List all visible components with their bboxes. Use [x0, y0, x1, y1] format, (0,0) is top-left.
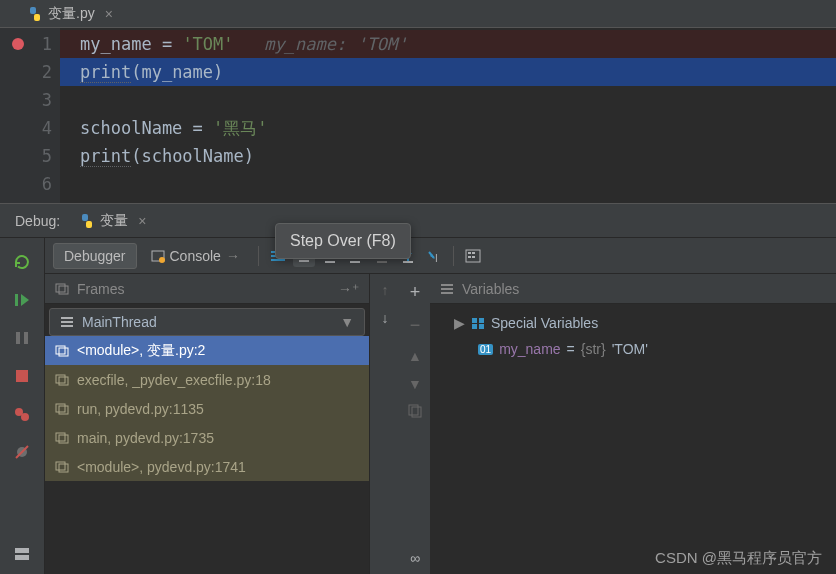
svg-point-5	[21, 413, 29, 421]
svg-rect-34	[61, 321, 73, 323]
stack-frame[interactable]: execfile, _pydev_execfile.py:18	[45, 365, 369, 394]
stack-frame[interactable]: main, pydevd.py:1735	[45, 423, 369, 452]
tab-console[interactable]: Console →	[141, 244, 250, 268]
equals: =	[567, 341, 575, 357]
resume-icon[interactable]	[12, 290, 32, 310]
view-breakpoints-icon[interactable]	[12, 404, 32, 424]
code-line[interactable]: schoolName = '黑马'	[60, 114, 836, 142]
svg-rect-49	[441, 288, 453, 290]
code-line[interactable]: print(my_name)	[60, 58, 836, 86]
tab-debugger[interactable]: Debugger	[53, 243, 137, 269]
gutter-line[interactable]: 4	[4, 114, 52, 142]
gutter: 123456	[0, 28, 60, 203]
stack-frame[interactable]: <module>, pydevd.py:1741	[45, 452, 369, 481]
gutter-line[interactable]: 5	[4, 142, 52, 170]
restore-layout-icon[interactable]: →⁺	[338, 281, 359, 297]
frames-header: Frames →⁺	[45, 274, 369, 304]
svg-rect-0	[15, 294, 18, 306]
editor-filename: 变量.py	[48, 5, 95, 23]
svg-text:I: I	[435, 253, 438, 264]
gutter-line[interactable]: 3	[4, 86, 52, 114]
next-frame-icon[interactable]: ↓	[382, 310, 389, 326]
remove-watch-icon[interactable]: −	[410, 315, 421, 336]
python-icon	[80, 214, 94, 228]
svg-rect-15	[299, 260, 309, 262]
code-editor[interactable]: 123456 my_name = 'TOM' my_name: 'TOM'pri…	[0, 28, 836, 203]
variables-list: ▶ Special Variables 01 my_name = {str} '…	[430, 304, 836, 574]
var-type: {str}	[581, 341, 606, 357]
svg-rect-8	[15, 548, 29, 553]
svg-rect-51	[472, 318, 477, 323]
svg-rect-43	[59, 435, 68, 443]
close-icon[interactable]: ×	[138, 213, 146, 229]
thread-selector[interactable]: MainThread ▼	[49, 308, 365, 336]
debug-panels: Frames →⁺ MainThread ▼ <module>, 变量.py:2…	[45, 274, 836, 574]
frames-title: Frames	[77, 281, 330, 297]
code-line[interactable]: my_name = 'TOM' my_name: 'TOM'	[60, 30, 836, 58]
debug-run-toolbar	[0, 238, 45, 574]
svg-rect-19	[350, 261, 360, 263]
editor-tab-bar: 变量.py ×	[0, 0, 836, 28]
duplicate-watch-icon[interactable]	[408, 404, 422, 418]
svg-rect-36	[56, 346, 65, 354]
svg-rect-39	[59, 377, 68, 385]
svg-rect-42	[56, 433, 65, 441]
editor-tab[interactable]: 变量.py ×	[20, 1, 121, 27]
gutter-line[interactable]: 6	[4, 170, 52, 198]
debug-main: Debugger Console →	[45, 238, 836, 574]
debugger-tab-label: Debugger	[64, 248, 126, 264]
watch-down-icon[interactable]: ▼	[408, 376, 422, 392]
watermark: CSDN @黑马程序员官方	[655, 549, 822, 568]
var-name: my_name	[499, 341, 560, 357]
mute-breakpoints-icon[interactable]	[12, 442, 32, 462]
console-icon	[151, 249, 165, 263]
console-tab-label: Console	[170, 248, 221, 264]
frames-panel: Frames →⁺ MainThread ▼ <module>, 变量.py:2…	[45, 274, 370, 574]
stack-frame[interactable]: run, pydevd.py:1135	[45, 394, 369, 423]
add-watch-icon[interactable]: +	[410, 282, 421, 303]
step-over-tooltip: Step Over (F8)	[275, 223, 411, 259]
frames-icon	[55, 283, 69, 295]
variable-row[interactable]: 01 my_name = {str} 'TOM'	[440, 336, 826, 362]
svg-rect-38	[56, 375, 65, 383]
code-line[interactable]: print(schoolName)	[60, 142, 836, 170]
code-line[interactable]	[60, 170, 836, 198]
code-line[interactable]	[60, 86, 836, 114]
variables-header: Variables	[430, 274, 836, 304]
gutter-line[interactable]: 2	[4, 58, 52, 86]
run-to-cursor-icon[interactable]: I	[423, 245, 445, 267]
frame-list: <module>, 变量.py:2execfile, _pydev_execfi…	[45, 336, 369, 574]
debug-title: Debug:	[15, 213, 60, 229]
watch-up-icon[interactable]: ▲	[408, 348, 422, 364]
variables-panel: Variables ▶ Special Variables 01 my_name…	[430, 274, 836, 574]
svg-rect-37	[59, 348, 68, 356]
close-icon[interactable]: ×	[105, 6, 113, 22]
svg-rect-32	[59, 286, 68, 294]
gutter-line[interactable]: 1	[4, 30, 52, 58]
svg-rect-30	[472, 256, 475, 258]
glasses-icon[interactable]: ∞	[410, 550, 420, 566]
svg-rect-1	[16, 332, 20, 344]
evaluate-icon[interactable]	[462, 245, 484, 267]
svg-rect-2	[24, 332, 28, 344]
svg-rect-28	[472, 252, 475, 254]
thread-icon	[60, 316, 74, 328]
debugger-toolbar: Debugger Console →	[45, 238, 836, 274]
stack-frame[interactable]: <module>, 变量.py:2	[45, 336, 369, 365]
svg-rect-27	[468, 252, 471, 254]
pause-icon[interactable]	[12, 328, 32, 348]
svg-rect-48	[441, 284, 453, 286]
debug-run-tab[interactable]: 变量 ×	[72, 208, 154, 234]
svg-rect-29	[468, 256, 471, 258]
svg-rect-52	[479, 318, 484, 323]
debug-tab-label: 变量	[100, 212, 128, 230]
svg-rect-41	[59, 406, 68, 414]
thread-name: MainThread	[82, 314, 332, 330]
layout-icon[interactable]	[12, 544, 32, 564]
stop-icon[interactable]	[12, 366, 32, 386]
prev-frame-icon[interactable]: ↑	[382, 282, 389, 298]
special-variables-row[interactable]: ▶ Special Variables	[440, 310, 826, 336]
svg-point-11	[159, 257, 165, 263]
expand-icon[interactable]: ▶	[454, 315, 465, 331]
rerun-icon[interactable]	[12, 252, 32, 272]
